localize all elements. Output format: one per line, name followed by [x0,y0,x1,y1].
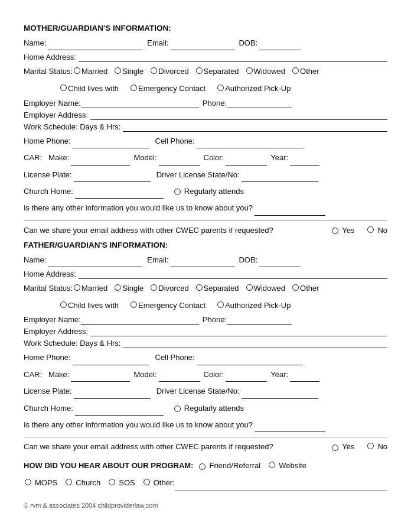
mother-separated-option[interactable]: Separated [195,64,239,79]
mother-pickup-circle[interactable] [217,85,224,91]
father-other-option[interactable]: Other [291,281,319,296]
father-pickup-circle[interactable] [217,301,224,308]
father-work-row: Work Schedule: Days & Hrs: [24,339,387,348]
mother-license-label: License Plate: [24,168,72,181]
father-make-label: Make: [48,368,69,381]
footer: © rvm & associates 2004 childproviderlaw… [24,502,387,509]
father-name-field[interactable] [48,253,142,267]
mother-marital-row: Marital Status: Married Single Divorced … [24,64,387,79]
father-married-option[interactable]: Married [73,281,107,296]
other-circle[interactable] [143,479,150,485]
mops-circle[interactable] [25,479,31,485]
mother-year-field[interactable] [290,151,319,165]
sos-circle[interactable] [109,479,115,485]
father-year-field[interactable] [290,368,319,382]
father-cell-field[interactable] [197,351,303,365]
father-color-field[interactable] [226,368,267,382]
mother-address-field[interactable] [79,53,387,62]
father-divorced-option[interactable]: Divorced [149,281,188,296]
mother-work-field[interactable] [123,122,387,132]
father-work-field[interactable] [123,339,387,348]
father-driver-license-field[interactable] [242,384,318,398]
mother-married-circle[interactable] [74,67,80,74]
father-no-circle[interactable] [367,443,374,449]
father-divorced-circle[interactable] [151,284,157,291]
mother-single-option[interactable]: Single [113,64,143,79]
mother-childliveswith-option[interactable]: Child lives with [59,82,119,96]
mother-phone-field[interactable] [227,99,292,108]
father-other-field[interactable] [255,418,325,432]
father-single-circle[interactable] [115,284,121,291]
father-phone-field[interactable] [227,315,292,325]
father-email-field[interactable] [170,253,235,267]
mother-model-field[interactable] [159,151,200,165]
website-circle[interactable] [269,462,275,468]
mother-single-circle[interactable] [115,67,121,74]
father-make-field[interactable] [71,368,130,382]
mother-home-phone-field[interactable] [73,134,149,148]
father-church-circle[interactable] [174,406,181,412]
mother-divorced-circle[interactable] [151,67,157,74]
mother-church-field[interactable] [75,184,164,199]
mother-email-field[interactable] [170,36,235,50]
father-model-field[interactable] [159,368,200,382]
father-childliveswith-option[interactable]: Child lives with [59,299,119,313]
father-childliveswith-circle[interactable] [60,301,67,308]
mother-driver-license-field[interactable] [242,168,318,182]
mother-no-circle[interactable] [367,226,374,233]
father-church-field[interactable] [75,401,164,416]
mother-employer-field[interactable] [81,99,199,108]
father-separated-option[interactable]: Separated [195,281,239,296]
other-label: Other: [154,475,175,491]
mother-separated-circle[interactable] [196,67,203,74]
mother-make-field[interactable] [71,151,130,165]
mother-dob-field[interactable] [259,36,301,50]
father-separated-circle[interactable] [196,284,203,291]
mother-second-options-row: Child lives with Emergency Contact Autho… [24,82,387,96]
father-driver-license-label: Driver License State/No: [156,384,240,398]
mother-color-field[interactable] [226,151,267,165]
mother-other-field[interactable] [255,201,325,215]
other-field[interactable] [175,475,387,491]
father-emergency-circle[interactable] [131,301,137,308]
mother-other-circle[interactable] [292,67,299,74]
father-widowed-circle[interactable] [246,284,253,291]
mother-married-option[interactable]: Married [73,64,107,79]
mother-widowed-circle[interactable] [246,67,253,74]
father-second-options-row: Child lives with Emergency Contact Autho… [24,299,387,313]
father-emergency-option[interactable]: Emergency Contact [129,299,206,313]
mother-employer-address-field[interactable] [90,111,387,120]
father-address-row: Home Address: [24,270,387,279]
father-address-field[interactable] [79,270,387,279]
mother-cell-field[interactable] [197,134,303,148]
father-single-option[interactable]: Single [113,281,143,296]
friend-referral-circle[interactable] [199,463,206,470]
father-home-phone-field[interactable] [73,351,149,365]
father-yes-circle[interactable] [332,445,338,451]
mother-divorced-option[interactable]: Divorced [149,64,188,79]
father-pickup-option[interactable]: Authorized Pick-Up [216,299,291,313]
mother-name-field[interactable] [48,36,142,50]
father-widowed-option[interactable]: Widowed [245,281,285,296]
mother-other-option[interactable]: Other [291,64,319,79]
father-married-circle[interactable] [74,284,80,291]
father-employer-address-field[interactable] [90,327,387,336]
mother-church-label: Church Home: [24,184,73,198]
mother-yes-circle[interactable] [332,228,338,234]
father-employer-field[interactable] [81,315,199,325]
mother-emergency-option[interactable]: Emergency Contact [129,82,206,96]
father-other-circle[interactable] [292,284,299,291]
mother-church-circle[interactable] [174,189,181,195]
father-church-label: Church Home: [24,401,73,415]
mother-cell-label: Cell Phone: [155,134,195,148]
father-license-field[interactable] [74,384,151,398]
father-employer-address-label: Employer Address: [24,327,88,336]
church-circle[interactable] [66,479,72,485]
mother-license-field[interactable] [74,168,151,182]
mother-widowed-option[interactable]: Widowed [245,64,285,79]
mother-license-row: License Plate: Driver License State/No: [24,168,387,182]
mother-pickup-option[interactable]: Authorized Pick-Up [216,82,291,96]
mother-emergency-circle[interactable] [131,85,137,91]
mother-childliveswith-circle[interactable] [60,85,67,91]
father-dob-field[interactable] [259,253,301,267]
